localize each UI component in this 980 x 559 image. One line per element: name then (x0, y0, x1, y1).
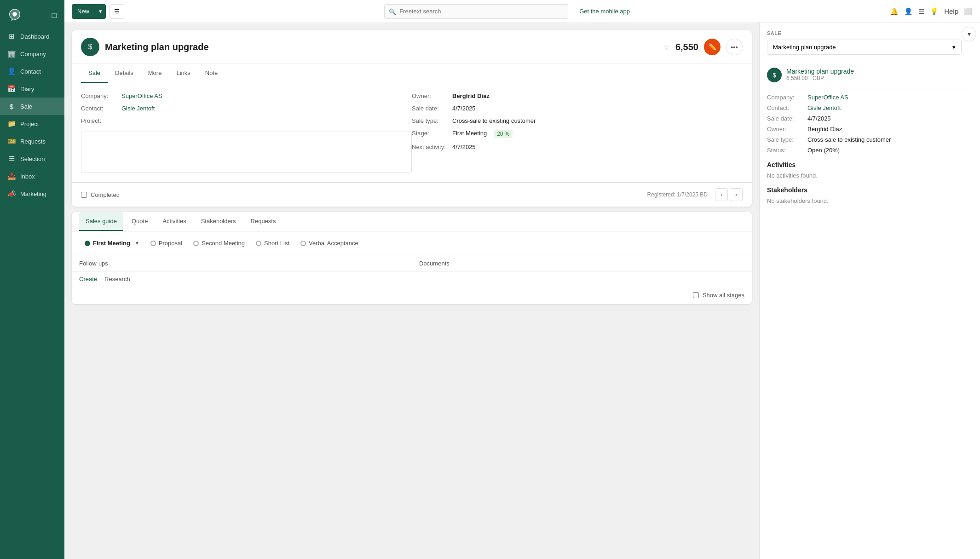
stage-selector: First Meeting ▼ Proposal Second Meeting … (72, 231, 752, 255)
sidebar-item-marketing[interactable]: 📣 Marketing (0, 185, 64, 202)
detail-project-row: Project: (81, 117, 412, 124)
tab-more[interactable]: More (141, 64, 169, 83)
tab-note[interactable]: Note (198, 64, 225, 83)
panel-sale-dropdown[interactable]: Marketing plan upgrade ▾ (767, 40, 962, 55)
sidebar-logo-area: ◻ (0, 0, 64, 28)
search-input[interactable] (384, 4, 568, 19)
sale-details-grid: Company: SuperOffice AS Contact: Gisle J… (72, 83, 752, 182)
panel-stakeholders-empty: No stakeholders found. (767, 197, 973, 204)
dashboard-icon: ⊞ (7, 32, 16, 40)
next-activity-value: 4/7/2025 (452, 144, 476, 150)
detail-sale-date-row: Sale date: 4/7/2025 (412, 105, 743, 112)
sidebar-item-company[interactable]: 🏢 Company (0, 45, 64, 63)
help-link[interactable]: Help (944, 7, 958, 15)
panel-sale-item: $ Marketing plan upgrade 6,550.00 GBP (767, 62, 973, 88)
sidebar-item-inbox[interactable]: 📥 Inbox (0, 167, 64, 185)
right-panel: ▾ SALE Marketing plan upgrade ▾ $ Market… (759, 23, 980, 559)
completed-checkbox[interactable] (81, 192, 87, 198)
topbar-right: 🔔 👤 ☰ 💡 Help ⬜ (890, 7, 973, 16)
stage-verbal-acceptance[interactable]: Verbal Acceptance (295, 237, 364, 249)
company-value[interactable]: SuperOffice AS (121, 92, 162, 99)
stage-second-meeting[interactable]: Second Meeting (188, 237, 250, 249)
task-button[interactable]: ☰ (110, 4, 124, 19)
next-arrow-button[interactable]: › (730, 188, 743, 201)
panel-collapse-button[interactable]: ▾ (962, 27, 976, 41)
sale-icon: $ (7, 102, 16, 110)
new-button[interactable]: New ▾ (72, 4, 106, 19)
sidebar-item-requests[interactable]: 🎫 Requests (0, 133, 64, 150)
stage-down-arrow: ▼ (135, 241, 139, 246)
prev-arrow-button[interactable]: ‹ (715, 188, 728, 201)
panel-contact-label: Contact: (767, 104, 804, 111)
sidebar-item-project[interactable]: 📁 Project (0, 115, 64, 133)
stage-dot-second-meeting (193, 241, 199, 246)
sidebar-collapse-icon[interactable]: ⬜ (964, 7, 973, 16)
company-label: Company: (81, 92, 118, 99)
show-all-stages-checkbox[interactable] (693, 292, 699, 298)
next-activity-label: Next activity: (412, 144, 449, 150)
guide-tab-quote[interactable]: Quote (125, 212, 154, 231)
owner-label: Owner: (412, 92, 449, 99)
sidebar: ◻ ⊞ Dashboard 🏢 Company 👤 Contact 📅 Diar… (0, 0, 64, 559)
completed-checkbox-label[interactable]: Completed (81, 191, 120, 198)
sale-title: Marketing plan upgrade (105, 42, 658, 52)
project-text-box[interactable] (81, 132, 412, 173)
panel-contact-value[interactable]: Gisle Jentoft (807, 104, 841, 111)
more-options-button[interactable]: ••• (726, 39, 743, 55)
sidebar-toggle-button[interactable]: ◻ (51, 11, 57, 19)
detail-company-row: Company: SuperOffice AS (81, 92, 412, 99)
stage-dot-verbal-acceptance (300, 241, 306, 246)
guide-tab-requests[interactable]: Requests (244, 212, 282, 231)
followup-header-row: Follow-ups Documents (72, 255, 752, 272)
panel-owner-value: Bergfrid Diaz (807, 126, 842, 133)
panel-owner-label: Owner: (767, 126, 804, 133)
panel-company-row: Company: SuperOffice AS (767, 94, 973, 101)
tab-details[interactable]: Details (108, 64, 141, 83)
new-button-label: New (72, 8, 95, 15)
panel-sale-name[interactable]: Marketing plan upgrade (786, 68, 854, 75)
sidebar-item-sale[interactable]: $ Sale (0, 98, 64, 115)
new-button-chevron[interactable]: ▾ (95, 4, 106, 19)
stage-short-list[interactable]: Short List (250, 237, 295, 249)
stage-proposal[interactable]: Proposal (145, 237, 188, 249)
show-all-stages-label[interactable]: Show all stages (703, 292, 744, 299)
favorite-star-icon[interactable]: ☆ (663, 43, 670, 52)
sidebar-item-selection[interactable]: ☰ Selection (0, 150, 64, 167)
contact-value[interactable]: Gisle Jentoft (121, 105, 155, 112)
research-text: Research (104, 276, 130, 282)
stage-label-second-meeting: Second Meeting (202, 240, 245, 247)
panel-owner-row: Owner: Bergfrid Diaz (767, 126, 973, 133)
panel-sale-type-label: Sale type: (767, 136, 804, 143)
user-icon[interactable]: 👤 (904, 7, 913, 16)
notifications-icon[interactable]: 🔔 (890, 7, 899, 16)
sidebar-label-diary: Diary (20, 86, 34, 92)
right-panel-content: SALE Marketing plan upgrade ▾ $ Marketin… (760, 23, 980, 212)
sale-date-label: Sale date: (412, 105, 449, 112)
edit-button[interactable]: ✏️ (704, 39, 721, 55)
followup-col-header: Follow-ups (72, 255, 412, 271)
panel-company-value[interactable]: SuperOffice AS (807, 94, 848, 101)
create-link[interactable]: Create (79, 276, 97, 282)
panel-sale-meta: 6,550.00 GBP (786, 75, 854, 81)
stage-label-short-list: Short List (264, 240, 289, 247)
sidebar-label-company: Company (20, 51, 46, 58)
sidebar-item-dashboard[interactable]: ⊞ Dashboard (0, 28, 64, 45)
guide-tab-activities[interactable]: Activities (156, 212, 192, 231)
stage-first-meeting[interactable]: First Meeting ▼ (79, 237, 145, 249)
sale-card-header: $ Marketing plan upgrade ☆ 6,550 ✏️ ••• (72, 30, 752, 64)
panel-section-label: SALE (767, 30, 973, 36)
guide-tab-stakeholders[interactable]: Stakeholders (195, 212, 242, 231)
settings-icon[interactable]: ☰ (918, 7, 924, 16)
sidebar-item-diary[interactable]: 📅 Diary (0, 80, 64, 98)
project-icon: 📁 (7, 120, 16, 128)
lightbulb-icon[interactable]: 💡 (930, 7, 939, 16)
sidebar-item-contact[interactable]: 👤 Contact (0, 63, 64, 80)
panel-dropdown-chevron-icon: ▾ (952, 44, 956, 51)
guide-tab-sales-guide[interactable]: Sales guide (79, 212, 123, 231)
mobile-app-link[interactable]: Get the mobile app (579, 8, 630, 15)
stage-dot-proposal (150, 241, 156, 246)
tab-sale[interactable]: Sale (81, 64, 108, 83)
detail-sale-type-row: Sale type: Cross-sale to existing custom… (412, 117, 743, 124)
tab-links[interactable]: Links (169, 64, 197, 83)
main-area: New ▾ ☰ 🔍 Get the mobile app 🔔 👤 ☰ 💡 Hel… (64, 0, 980, 559)
